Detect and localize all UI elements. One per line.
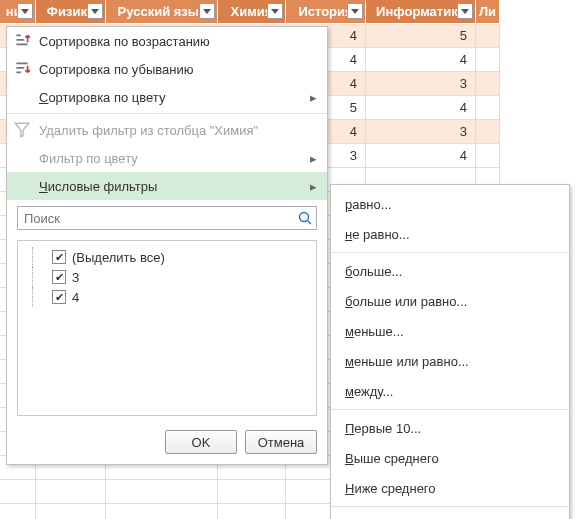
svg-point-0: [300, 213, 309, 222]
table-cell[interactable]: 3: [366, 120, 476, 144]
submenu-label: равно...: [345, 197, 392, 212]
table-cell[interactable]: [106, 480, 218, 504]
column-header[interactable]: ния: [0, 0, 36, 24]
header-label: Русский язык: [118, 4, 206, 19]
column-header[interactable]: Ли: [476, 0, 500, 24]
filter-dropdown-icon[interactable]: [87, 3, 103, 19]
table-cell[interactable]: [476, 72, 500, 96]
submenu-label: Первые 10...: [345, 421, 421, 436]
clear-filter: Удалить фильтр из столбца "Химия": [7, 116, 327, 144]
sort-descending[interactable]: Сортировка по убыванию: [7, 55, 327, 83]
header-row: нияФизикаРусский языкХимияИсторияИнформа…: [0, 0, 575, 24]
table-cell[interactable]: 4: [366, 144, 476, 168]
number-filters-submenu: равно... не равно... больше... больше ил…: [330, 184, 570, 519]
cancel-button[interactable]: Отмена: [245, 430, 317, 454]
checkbox-icon: ✔: [52, 290, 66, 304]
table-cell[interactable]: [36, 480, 106, 504]
chevron-right-icon: ▸: [310, 179, 317, 194]
sort-desc-icon: [13, 60, 31, 78]
table-cell[interactable]: [0, 480, 36, 504]
submenu-label: Выше среднего: [345, 451, 439, 466]
column-header[interactable]: Информатика: [366, 0, 476, 24]
filter-color-label: Фильтр по цвету: [39, 151, 138, 166]
search-wrap: [7, 200, 327, 236]
clear-filter-label: Удалить фильтр из столбца "Химия": [39, 123, 258, 138]
chevron-right-icon: ▸: [310, 90, 317, 105]
filter-greater[interactable]: больше...: [331, 256, 569, 286]
submenu-separator: [331, 506, 569, 507]
filter-below-avg[interactable]: Ниже среднего: [331, 473, 569, 503]
table-cell[interactable]: [106, 504, 218, 519]
search-input[interactable]: [18, 211, 294, 226]
column-header[interactable]: Химия: [218, 0, 286, 24]
filter-above-avg[interactable]: Выше среднего: [331, 443, 569, 473]
filter-select-all[interactable]: ✔ (Выделить все): [24, 247, 310, 267]
filter-dropdown-menu: Сортировка по возрастанию Сортировка по …: [6, 26, 328, 465]
submenu-label: Ниже среднего: [345, 481, 436, 496]
filter-value-item[interactable]: ✔ 3: [24, 267, 310, 287]
header-label: Информатика: [376, 4, 465, 19]
ok-button[interactable]: OK: [165, 430, 237, 454]
filter-search[interactable]: [17, 206, 317, 230]
filter-by-color: Фильтр по цвету ▸: [7, 144, 327, 172]
filter-less[interactable]: меньше...: [331, 316, 569, 346]
sort-by-color[interactable]: Сортировка по цвету ▸: [7, 83, 327, 111]
sort-asc-icon: [13, 32, 31, 50]
table-cell[interactable]: [476, 24, 500, 48]
table-cell[interactable]: [476, 144, 500, 168]
submenu-label: меньше или равно...: [345, 354, 469, 369]
number-filters[interactable]: Числовые фильтры ▸: [7, 172, 327, 200]
submenu-label: не равно...: [345, 227, 410, 242]
dialog-buttons: OK Отмена: [7, 422, 327, 464]
table-cell[interactable]: [476, 48, 500, 72]
checkbox-icon: ✔: [52, 270, 66, 284]
funnel-clear-icon: [13, 121, 31, 139]
header-label: Ли: [479, 4, 496, 19]
filter-top10[interactable]: Первые 10...: [331, 413, 569, 443]
header-label: История: [298, 4, 352, 19]
table-cell[interactable]: [476, 96, 500, 120]
chevron-right-icon: ▸: [310, 151, 317, 166]
filter-dropdown-icon[interactable]: [199, 3, 215, 19]
column-header[interactable]: Русский язык: [106, 0, 218, 24]
submenu-separator: [331, 252, 569, 253]
select-all-label: (Выделить все): [72, 250, 165, 265]
sort-asc-label: Сортировка по возрастанию: [39, 34, 210, 49]
submenu-label: меньше...: [345, 324, 404, 339]
filter-equals[interactable]: равно...: [331, 189, 569, 219]
filter-dropdown-icon[interactable]: [267, 3, 283, 19]
sort-desc-label: Сортировка по убыванию: [39, 62, 193, 77]
table-cell[interactable]: [218, 504, 286, 519]
filter-values-list: ✔ (Выделить все) ✔ 3 ✔ 4: [17, 240, 317, 416]
filter-dropdown-icon[interactable]: [17, 3, 33, 19]
filter-dropdown-icon[interactable]: [347, 3, 363, 19]
table-cell[interactable]: [36, 504, 106, 519]
filter-dropdown-icon[interactable]: [457, 3, 473, 19]
sort-color-label: Сортировка по цвету: [39, 90, 165, 105]
filter-greater-eq[interactable]: больше или равно...: [331, 286, 569, 316]
filter-value-label: 4: [72, 290, 79, 305]
column-header[interactable]: Физика: [36, 0, 106, 24]
submenu-label: больше...: [345, 264, 402, 279]
filter-custom[interactable]: Настраиваемый фильтр...: [331, 510, 569, 519]
num-filters-label: Числовые фильтры: [39, 179, 157, 194]
submenu-label: больше или равно...: [345, 294, 467, 309]
submenu-separator: [331, 409, 569, 410]
filter-not-equals[interactable]: не равно...: [331, 219, 569, 249]
sort-ascending[interactable]: Сортировка по возрастанию: [7, 27, 327, 55]
filter-value-label: 3: [72, 270, 79, 285]
table-cell[interactable]: [476, 120, 500, 144]
table-cell[interactable]: 5: [366, 24, 476, 48]
table-cell[interactable]: 4: [366, 96, 476, 120]
filter-less-eq[interactable]: меньше или равно...: [331, 346, 569, 376]
filter-between[interactable]: между...: [331, 376, 569, 406]
filter-value-item[interactable]: ✔ 4: [24, 287, 310, 307]
checkbox-icon: ✔: [52, 250, 66, 264]
table-cell[interactable]: [0, 504, 36, 519]
submenu-label: между...: [345, 384, 393, 399]
menu-separator: [7, 113, 327, 114]
table-cell[interactable]: [218, 480, 286, 504]
table-cell[interactable]: 3: [366, 72, 476, 96]
column-header[interactable]: История: [286, 0, 366, 24]
table-cell[interactable]: 4: [366, 48, 476, 72]
